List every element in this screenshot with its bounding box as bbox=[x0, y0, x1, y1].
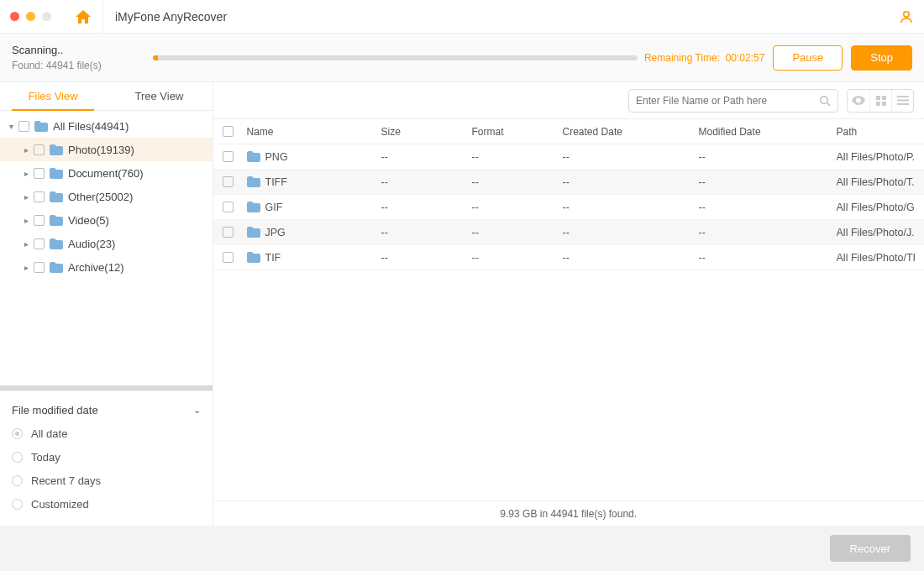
progress-bar bbox=[153, 55, 638, 60]
view-mode-group bbox=[847, 89, 914, 113]
col-format[interactable]: Format bbox=[472, 126, 563, 138]
folder-icon bbox=[247, 227, 260, 238]
cell-created: -- bbox=[563, 202, 699, 213]
chevron-down-icon[interactable]: ▾ bbox=[5, 122, 17, 131]
checkbox[interactable] bbox=[34, 238, 45, 249]
tree-item[interactable]: ▸Video(5) bbox=[0, 208, 213, 232]
tree-label: Archive(12) bbox=[68, 261, 123, 274]
user-button[interactable] bbox=[899, 9, 914, 24]
home-button[interactable] bbox=[63, 0, 103, 34]
radio[interactable] bbox=[12, 499, 23, 510]
table-row[interactable]: GIF--------All Files/Photo/G bbox=[213, 195, 924, 220]
table-body: PNG--------All Files/Photo/P.TIFF-------… bbox=[213, 144, 924, 500]
row-checkbox[interactable] bbox=[223, 176, 234, 187]
col-modified[interactable]: Modified Date bbox=[699, 126, 837, 138]
preview-toggle[interactable] bbox=[848, 90, 869, 112]
filter-label: All date bbox=[31, 427, 67, 440]
tree-item[interactable]: ▸Audio(23) bbox=[0, 232, 213, 255]
tree-item[interactable]: ▸Photo(19139) bbox=[0, 138, 213, 161]
tree-item[interactable]: ▸Other(25002) bbox=[0, 185, 213, 208]
view-tabs: Files View Tree View bbox=[0, 82, 213, 111]
cell-name: JPG bbox=[247, 227, 381, 238]
checkbox[interactable] bbox=[34, 191, 45, 202]
folder-icon bbox=[50, 262, 63, 273]
cell-format: -- bbox=[472, 252, 563, 264]
search-box[interactable] bbox=[628, 89, 838, 113]
checkbox[interactable] bbox=[18, 121, 29, 132]
cell-name: TIFF bbox=[247, 176, 381, 188]
svg-rect-3 bbox=[876, 96, 880, 100]
row-checkbox[interactable] bbox=[223, 227, 234, 238]
close-window-button[interactable] bbox=[10, 12, 19, 21]
radio[interactable] bbox=[12, 428, 23, 439]
row-checkbox[interactable] bbox=[223, 151, 234, 162]
cell-created: -- bbox=[563, 252, 699, 264]
filter-option[interactable]: Customized bbox=[12, 492, 201, 516]
cell-size: -- bbox=[381, 176, 472, 188]
table-row[interactable]: JPG--------All Files/Photo/J. bbox=[213, 220, 924, 245]
scan-status-block: Scanning.. Found: 44941 file(s) bbox=[12, 44, 153, 72]
filter-option[interactable]: All date bbox=[12, 422, 201, 445]
cell-path: All Files/Photo/T. bbox=[837, 176, 924, 188]
checkbox[interactable] bbox=[34, 168, 45, 179]
maximize-window-button[interactable] bbox=[42, 12, 51, 21]
search-icon bbox=[819, 95, 831, 107]
chevron-right-icon[interactable]: ▸ bbox=[20, 216, 32, 225]
filter-option[interactable]: Today bbox=[12, 445, 201, 469]
col-size[interactable]: Size bbox=[381, 126, 472, 138]
folder-icon bbox=[247, 151, 260, 162]
chevron-right-icon[interactable]: ▸ bbox=[20, 192, 32, 202]
col-path[interactable]: Path bbox=[837, 126, 924, 138]
col-created[interactable]: Created Date bbox=[563, 126, 699, 138]
pause-button[interactable]: Pause bbox=[773, 45, 843, 71]
stop-button[interactable]: Stop bbox=[851, 45, 912, 71]
file-tree: ▾ All Files(44941) ▸Photo(19139)▸Documen… bbox=[0, 111, 213, 385]
minimize-window-button[interactable] bbox=[26, 12, 35, 21]
radio[interactable] bbox=[12, 475, 23, 486]
remaining-time: Remaining Time: 00:02:57 bbox=[644, 52, 764, 64]
search-input[interactable] bbox=[636, 95, 819, 107]
cell-path: All Files/Photo/J. bbox=[837, 227, 924, 238]
chevron-down-icon: ⌄ bbox=[193, 405, 201, 416]
checkbox[interactable] bbox=[34, 262, 45, 273]
tab-tree-view[interactable]: Tree View bbox=[106, 82, 212, 110]
list-view-button[interactable] bbox=[891, 90, 913, 112]
table-row[interactable]: TIFF--------All Files/Photo/T. bbox=[213, 170, 924, 195]
filter-header[interactable]: File modified date ⌄ bbox=[12, 398, 201, 422]
checkbox[interactable] bbox=[34, 144, 45, 155]
svg-line-2 bbox=[827, 102, 831, 106]
checkbox[interactable] bbox=[34, 215, 45, 226]
tree-item[interactable]: ▸Document(760) bbox=[0, 161, 213, 185]
chevron-right-icon[interactable]: ▸ bbox=[20, 169, 32, 178]
recover-button[interactable]: Recover bbox=[830, 535, 911, 562]
table-row[interactable]: TIF--------All Files/Photo/TI bbox=[213, 245, 924, 270]
table-row[interactable]: PNG--------All Files/Photo/P. bbox=[213, 144, 924, 170]
table-header: Name Size Format Created Date Modified D… bbox=[213, 119, 924, 144]
grid-icon bbox=[876, 96, 886, 106]
tree-root[interactable]: ▾ All Files(44941) bbox=[0, 114, 213, 138]
cell-created: -- bbox=[563, 176, 699, 188]
grid-view-button[interactable] bbox=[869, 90, 891, 112]
cell-format: -- bbox=[472, 151, 563, 163]
tab-files-view[interactable]: Files View bbox=[0, 82, 106, 110]
filter-option[interactable]: Recent 7 days bbox=[12, 469, 201, 492]
select-all-checkbox[interactable] bbox=[223, 126, 234, 137]
chevron-right-icon[interactable]: ▸ bbox=[20, 145, 32, 155]
folder-icon bbox=[50, 144, 63, 155]
cell-modified: -- bbox=[699, 252, 837, 264]
row-checkbox[interactable] bbox=[223, 202, 234, 212]
cell-name: TIF bbox=[247, 252, 381, 264]
chevron-right-icon[interactable]: ▸ bbox=[20, 263, 32, 272]
row-checkbox[interactable] bbox=[223, 252, 234, 263]
chevron-right-icon[interactable]: ▸ bbox=[20, 239, 32, 249]
user-icon bbox=[899, 9, 914, 24]
svg-point-0 bbox=[904, 11, 909, 16]
tree-item[interactable]: ▸Archive(12) bbox=[0, 255, 213, 279]
folder-icon bbox=[50, 168, 63, 179]
cell-modified: -- bbox=[699, 227, 837, 238]
col-name[interactable]: Name bbox=[247, 126, 381, 138]
tree-label: Photo(19139) bbox=[68, 144, 134, 156]
tree-label: Video(5) bbox=[68, 214, 109, 227]
filter-label: Today bbox=[31, 451, 60, 464]
radio[interactable] bbox=[12, 452, 23, 463]
